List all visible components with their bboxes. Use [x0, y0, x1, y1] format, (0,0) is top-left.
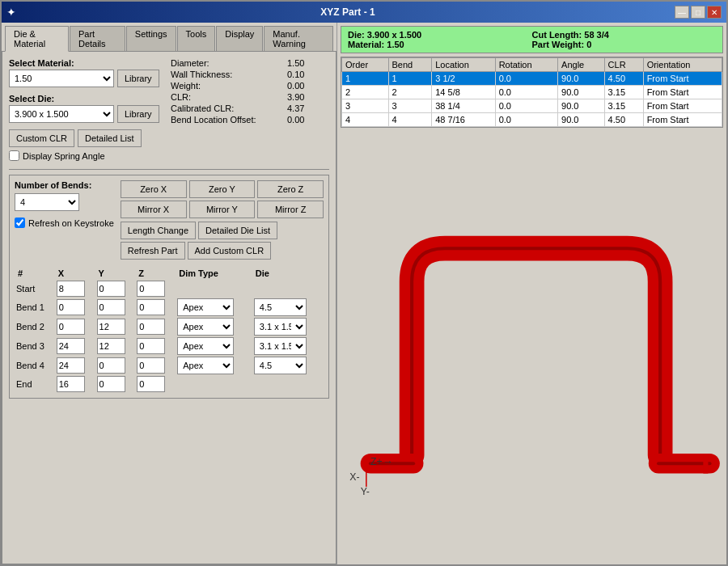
- y-axis-label: Y-: [361, 486, 370, 497]
- tab-tools[interactable]: Tools: [177, 26, 216, 51]
- mirror-z-button[interactable]: Mirror Z: [257, 201, 324, 218]
- material-row: 1.50 Library: [9, 70, 163, 87]
- coord-x-input[interactable]: [57, 338, 85, 354]
- main-window: ✦ XYZ Part - 1 — □ ✕ Die & Material Part…: [0, 0, 728, 566]
- coord-y-input[interactable]: [97, 281, 125, 297]
- coord-x-input[interactable]: [57, 281, 85, 297]
- coord-z-input[interactable]: [137, 376, 165, 392]
- coord-x-input[interactable]: [57, 319, 85, 335]
- bend-table-row[interactable]: 2 2 14 5/8 0.0 90.0 3.15 From Start: [342, 86, 722, 99]
- dim-type-select[interactable]: Apex Tangent Center: [177, 357, 234, 374]
- bend-table-row[interactable]: 4 4 48 7/16 0.0 90.0 4.50 From Start: [342, 113, 722, 127]
- coord-z-cell: [135, 375, 176, 393]
- part-main-path: [412, 248, 660, 455]
- dim-type-select[interactable]: Apex Tangent Center: [177, 318, 234, 336]
- zero-x-button[interactable]: Zero X: [121, 180, 187, 198]
- dim-type-select[interactable]: Apex Tangent Center: [177, 298, 234, 316]
- material-info: Material: 1.50: [348, 40, 532, 49]
- part-weight-info: Part Weight: 0: [532, 40, 717, 49]
- minimize-button[interactable]: —: [675, 6, 689, 19]
- bend-angle: 90.0: [558, 113, 605, 127]
- add-custom-clr-button[interactable]: Add Custom CLR: [188, 242, 272, 260]
- coord-y-input[interactable]: [97, 338, 125, 354]
- coord-x-cell: [55, 298, 95, 317]
- bend-location: 3 1/2: [432, 72, 495, 86]
- cut-length-info: Cut Length: 58 3/4: [532, 30, 717, 40]
- bend-table-row[interactable]: 3 3 38 1/4 0.0 90.0 3.15 From Start: [342, 99, 722, 113]
- coord-x-cell: [55, 280, 95, 298]
- coord-z-cell: [135, 317, 176, 336]
- coord-y-input[interactable]: [97, 299, 125, 315]
- coord-x-input[interactable]: [57, 376, 85, 392]
- zero-z-button[interactable]: Zero Z: [257, 180, 324, 198]
- coord-dim-type-cell: Apex Tangent Center: [176, 298, 252, 317]
- coord-z-input[interactable]: [137, 281, 165, 297]
- maximize-button[interactable]: □: [691, 6, 705, 19]
- material-label: Select Material:: [9, 58, 163, 68]
- detailed-die-list-button[interactable]: Detailed Die List: [198, 222, 277, 239]
- coord-x-input[interactable]: [57, 357, 85, 374]
- bend-table-row[interactable]: 1 1 3 1/2 0.0 90.0 4.50 From Start: [342, 72, 722, 86]
- weight-value: 0.00: [287, 81, 329, 91]
- spring-angle-label: Display Spring Angle: [23, 151, 105, 161]
- bends-right: Zero X Zero Y Zero Z Mirror X Mirror Y M…: [121, 180, 324, 262]
- coord-y-input[interactable]: [97, 357, 125, 374]
- material-library-button[interactable]: Library: [117, 70, 159, 87]
- bend-order: 2: [342, 86, 389, 99]
- die-size-select[interactable]: 4.5 3.1 x 1.5: [254, 337, 307, 355]
- coord-x-cell: [55, 356, 95, 375]
- coord-table-container: # X Y Z Dim Type Die Start: [15, 267, 324, 393]
- coord-z-input[interactable]: [137, 338, 165, 354]
- part-inner-path: [412, 248, 660, 455]
- clr-label: CLR:: [171, 92, 284, 102]
- app-icon: ✦: [6, 6, 16, 19]
- coord-x-input[interactable]: [57, 299, 85, 315]
- bend-orientation: From Start: [643, 99, 722, 113]
- coord-y-cell: [95, 336, 136, 356]
- bend-bend: 3: [388, 99, 432, 113]
- close-button[interactable]: ✕: [707, 6, 722, 19]
- tab-manuf-warning[interactable]: Manuf. Warning: [264, 26, 333, 51]
- coord-z-input[interactable]: [137, 299, 165, 315]
- die-row: 3.900 x 1.500 Library: [9, 105, 163, 123]
- die-size-select[interactable]: 4.5 3.1 x 1.5: [254, 298, 307, 316]
- bends-count-select[interactable]: 4 1 2 3 5 6: [15, 193, 79, 211]
- length-change-button[interactable]: Length Change: [121, 222, 196, 239]
- bend-clr: 3.15: [604, 86, 643, 99]
- zero-y-button[interactable]: Zero Y: [189, 180, 256, 198]
- col-header-dim-type: Dim Type: [176, 267, 252, 280]
- coord-z-input[interactable]: [137, 357, 165, 374]
- refresh-keystroke-checkbox[interactable]: [15, 218, 25, 228]
- custom-clr-button[interactable]: Custom CLR: [9, 129, 74, 147]
- refresh-part-button[interactable]: Refresh Part: [121, 242, 185, 260]
- die-size-select[interactable]: 4.5 3.1 x 1.5: [254, 357, 307, 374]
- coord-x-cell: [55, 375, 95, 393]
- tab-die-material[interactable]: Die & Material: [5, 26, 69, 52]
- tab-settings[interactable]: Settings: [126, 26, 176, 51]
- tab-part-details[interactable]: Part Details: [70, 26, 125, 51]
- diameter-label: Diameter:: [171, 58, 284, 68]
- tab-display[interactable]: Display: [216, 26, 263, 51]
- material-select[interactable]: 1.50: [9, 70, 114, 87]
- coord-row: End: [15, 375, 324, 393]
- spring-angle-checkbox[interactable]: [9, 150, 19, 161]
- die-size-select[interactable]: 4.5 3.1 x 1.5: [254, 318, 307, 336]
- bend-col-location: Location: [432, 58, 495, 72]
- coord-x-cell: [55, 317, 95, 336]
- die-select[interactable]: 3.900 x 1.500: [9, 105, 114, 123]
- x-axis-label: X-: [349, 471, 359, 483]
- coord-row: Bend 1 Apex Tangent Center 4.5 3.1 x 1.5: [15, 298, 324, 317]
- detailed-list-button[interactable]: Detailed List: [78, 129, 142, 147]
- coord-die-cell: 4.5 3.1 x 1.5: [252, 356, 324, 375]
- mirror-y-button[interactable]: Mirror Y: [189, 201, 256, 218]
- coord-y-input[interactable]: [97, 376, 125, 392]
- dim-type-select[interactable]: Apex Tangent Center: [177, 337, 234, 355]
- coord-z-input[interactable]: [137, 319, 165, 335]
- coord-z-cell: [135, 356, 176, 375]
- die-library-button[interactable]: Library: [117, 105, 159, 123]
- bend-order: 1: [342, 72, 389, 86]
- bend-location-offset-value: 0.00: [287, 115, 329, 125]
- title-bar: ✦ XYZ Part - 1 — □ ✕: [2, 2, 726, 23]
- coord-y-input[interactable]: [97, 319, 125, 335]
- mirror-x-button[interactable]: Mirror X: [121, 201, 187, 218]
